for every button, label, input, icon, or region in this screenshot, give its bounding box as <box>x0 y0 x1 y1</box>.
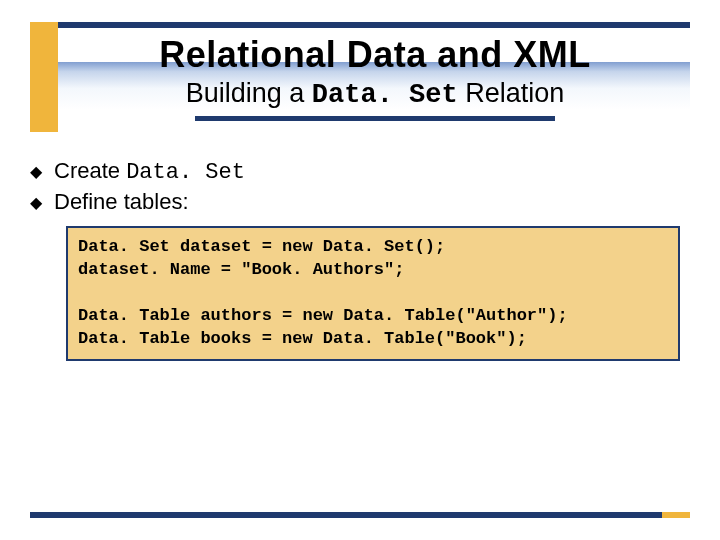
subtitle-suffix: Relation <box>458 78 565 108</box>
subtitle-prefix: Building a <box>186 78 312 108</box>
bullet-item: ◆ Define tables: <box>30 189 690 216</box>
bullet-text: Define tables: <box>54 189 189 216</box>
bullet-prefix: Define tables: <box>54 189 189 214</box>
subtitle-underline <box>195 116 555 121</box>
top-rule <box>30 22 690 28</box>
bullet-text: Create Data. Set <box>54 158 245 185</box>
bottom-gold-accent <box>662 512 690 518</box>
diamond-bullet-icon: ◆ <box>30 193 42 212</box>
bottom-rule <box>30 512 690 518</box>
slide-content: ◆ Create Data. Set ◆ Define tables: Data… <box>30 158 690 361</box>
slide-header: Relational Data and XML Building a Data.… <box>70 34 680 121</box>
bullet-prefix: Create <box>54 158 126 183</box>
diamond-bullet-icon: ◆ <box>30 162 42 181</box>
subtitle-mono: Data. Set <box>312 80 458 110</box>
gold-accent-block <box>30 22 58 132</box>
slide-subtitle: Building a Data. Set Relation <box>70 78 680 110</box>
bullet-mono: Data. Set <box>126 160 245 185</box>
code-block: Data. Set dataset = new Data. Set(); dat… <box>66 226 680 361</box>
slide-title: Relational Data and XML <box>70 34 680 76</box>
bullet-item: ◆ Create Data. Set <box>30 158 690 185</box>
